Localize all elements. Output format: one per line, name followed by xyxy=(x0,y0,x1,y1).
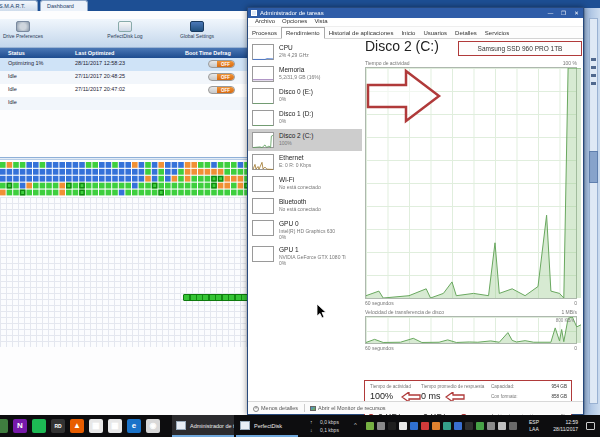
language-indicator[interactable]: ESPLAA xyxy=(526,419,542,433)
tray-icon[interactable] xyxy=(476,422,484,430)
sidebar-item-detail: 2% 4,29 GHz xyxy=(279,52,309,58)
drive-status: Idle xyxy=(8,99,17,105)
sidebar-item-name: Disco 0 (E:) xyxy=(279,88,313,96)
sidebar-item-gpu-1[interactable]: GPU 1NVIDIA GeForce GTX 1080 Ti0% xyxy=(248,243,362,269)
menu-opciones[interactable]: Opciones xyxy=(282,18,307,24)
sidebar-item-memoria[interactable]: Memoria5,2/31,9 GB (16%) xyxy=(248,63,362,85)
tab-rendimiento[interactable]: Rendimiento xyxy=(281,27,325,39)
tray-icon[interactable] xyxy=(498,422,506,430)
sidebar-item-cpu[interactable]: CPU2% 4,29 GHz xyxy=(248,41,362,63)
tray-icon[interactable] xyxy=(487,422,495,430)
less-details-button[interactable]: ⌃Menos detalles xyxy=(253,405,298,412)
tray-icon[interactable] xyxy=(399,422,407,430)
divider xyxy=(304,404,305,412)
tray-icon[interactable] xyxy=(509,422,517,430)
log-book-icon xyxy=(118,21,132,32)
graph1-x-right: 0 xyxy=(574,300,577,306)
tray-icon[interactable] xyxy=(388,422,396,430)
tray-icon[interactable] xyxy=(421,422,429,430)
edge-icon[interactable]: e xyxy=(127,419,141,433)
sparkline-thumbnail xyxy=(252,176,274,192)
sidebar-item-wi-fi[interactable]: Wi-FiNo está conectado xyxy=(248,173,362,195)
sidebar-item-detail: 0% xyxy=(279,118,313,124)
minimize-button[interactable]: — xyxy=(544,8,557,18)
tray-icon[interactable] xyxy=(443,422,451,430)
graph1-x-label: 60 segundos xyxy=(365,300,394,306)
resource-monitor-icon xyxy=(310,406,316,411)
drive-status: Idle xyxy=(8,86,17,92)
partial-app-icon[interactable] xyxy=(0,419,8,433)
sparkline-thumbnail xyxy=(252,246,274,262)
sidebar-item-disco-0-e-[interactable]: Disco 0 (E:)0% xyxy=(248,85,362,107)
sidebar-item-detail: 5,2/31,9 GB (16%) xyxy=(279,74,320,80)
sidebar-item-bluetooth[interactable]: BluetoothNo está conectado xyxy=(248,195,362,217)
global-settings-button[interactable]: Global Settings xyxy=(168,21,226,39)
boot-time-defrag-toggle[interactable]: OFF xyxy=(208,73,235,81)
tab-detalles[interactable]: Detalles xyxy=(451,28,481,40)
close-button[interactable]: ✕ xyxy=(570,8,583,18)
tray-icon[interactable] xyxy=(377,422,385,430)
sparkline-thumbnail xyxy=(252,110,274,126)
tray-icon[interactable] xyxy=(366,422,374,430)
gear-icon xyxy=(16,21,30,32)
sparkline-thumbnail xyxy=(252,44,274,60)
rd-app-icon[interactable]: RD xyxy=(51,419,65,433)
maximize-button[interactable]: ❐ xyxy=(557,8,570,18)
scroll-tick xyxy=(591,58,596,61)
tab-servicios[interactable]: Servicios xyxy=(481,28,513,40)
spotify-icon[interactable] xyxy=(32,419,46,433)
sidebar-item-name: Bluetooth xyxy=(279,198,321,206)
menu-archivo[interactable]: Archivo xyxy=(255,18,275,24)
menu-vista[interactable]: Vista xyxy=(314,18,327,24)
taskbar-button-perfectdisk[interactable]: PerfectDisk xyxy=(236,415,298,437)
drive-preferences-button[interactable]: Drive Preferences xyxy=(0,21,52,39)
boot-time-defrag-toggle[interactable]: OFF xyxy=(208,60,235,68)
sidebar-item-name: Ethernet xyxy=(279,154,311,162)
vlc-icon[interactable]: ▲ xyxy=(70,419,84,433)
network-arrows-icon: ↑↓ xyxy=(310,418,313,434)
open-resource-monitor-link[interactable]: Abrir el Monitor de recursos xyxy=(310,405,386,411)
sidebar-item-name: Disco 2 (C:) xyxy=(279,132,313,140)
sidebar-item-disco-2-c-[interactable]: Disco 2 (C:)100% xyxy=(248,129,362,151)
scroll-tick xyxy=(591,74,596,77)
tray-icon[interactable] xyxy=(465,422,473,430)
perfectdisk-log-button[interactable]: PerfectDisk Log xyxy=(96,21,154,39)
calendar2-icon[interactable]: ▦ xyxy=(108,419,122,433)
sidebar-item-detail: 0% xyxy=(279,96,313,102)
scrollbar-thumb[interactable] xyxy=(589,151,598,183)
action-center-icon[interactable] xyxy=(586,422,595,430)
taskbar-button-task-manager[interactable]: Administrador de ta... xyxy=(172,415,234,437)
perfectdisk-scrollbar[interactable] xyxy=(584,8,600,415)
red-arrow-annotation-icon xyxy=(366,68,442,124)
formatted-label: Con formato: xyxy=(491,394,518,399)
tab-procesos[interactable]: Procesos xyxy=(248,28,281,40)
response-value: 0 ms xyxy=(421,391,441,401)
desktop: S.M.A.R.T. Dashboard Drive Preferences P… xyxy=(0,0,600,437)
activity-graph xyxy=(365,67,577,299)
tray-icon[interactable] xyxy=(432,422,440,430)
tray-icon[interactable] xyxy=(410,422,418,430)
system-tray: ↑↓ 0,0 kbps 0,1 kbps ^ ESPLAA 12:5928/11… xyxy=(310,415,600,437)
sidebar-item-name: Disco 1 (D:) xyxy=(279,110,313,118)
boot-time-defrag-toggle[interactable]: OFF xyxy=(208,86,235,94)
page-title: Disco 2 (C:) xyxy=(365,38,439,54)
title-bar[interactable]: Administrador de tareas — ❐ ✕ xyxy=(248,8,583,18)
tray-icon[interactable] xyxy=(454,422,462,430)
sidebar-item-gpu-0[interactable]: GPU 0Intel(R) HD Graphics 6300% xyxy=(248,217,362,243)
tab-smart[interactable]: S.M.A.R.T. xyxy=(0,0,38,11)
sidebar-item-detail: NVIDIA GeForce GTX 1080 Ti xyxy=(279,254,346,260)
tray-expand-chevron[interactable]: ^ xyxy=(354,422,357,428)
tab-dashboard[interactable]: Dashboard xyxy=(40,0,88,11)
graph2-x-right: 0 xyxy=(574,345,577,351)
calendar-icon[interactable]: ▦ xyxy=(89,419,103,433)
sidebar-item-ethernet[interactable]: EthernetE: 0 R: 0 Kbps xyxy=(248,151,362,173)
task-manager-footer: ⌃Menos detalles Abrir el Monitor de recu… xyxy=(248,401,583,414)
onenote-icon[interactable]: N xyxy=(13,419,27,433)
activity-label: Tiempo de actividad xyxy=(370,384,411,389)
sidebar-item-disco-1-d-[interactable]: Disco 1 (D:)0% xyxy=(248,107,362,129)
upload-speed: 0,0 kbps xyxy=(320,419,339,425)
taskbar-clock[interactable]: 12:5928/11/2017 xyxy=(544,419,578,433)
chrome-icon[interactable]: ◉ xyxy=(146,419,160,433)
sidebar-item-detail: E: 0 R: 0 Kbps xyxy=(279,162,311,168)
sparkline-thumbnail xyxy=(252,66,274,82)
